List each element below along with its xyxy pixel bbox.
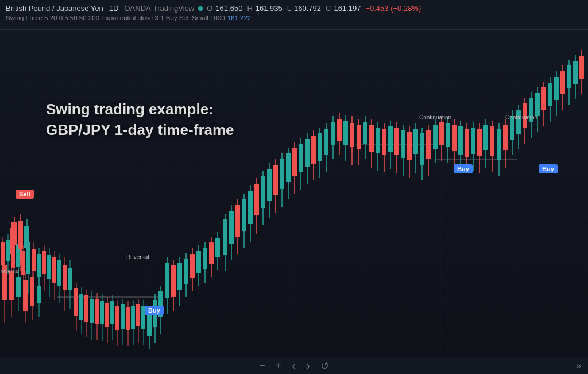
title-row: British Pound / Japanese Yen 1D OANDA Tr… <box>6 3 582 14</box>
overlay-text: Swing trading example: GBP/JPY 1-day tim… <box>46 99 234 141</box>
o-value: 161.650 <box>215 3 242 14</box>
svg-rect-80 <box>110 301 114 324</box>
svg-rect-161 <box>357 125 361 149</box>
svg-rect-57 <box>68 268 72 290</box>
svg-rect-142 <box>299 144 303 172</box>
scroll-left-button[interactable]: ‹ <box>292 359 296 372</box>
svg-rect-68 <box>79 294 83 320</box>
svg-rect-158 <box>350 123 354 147</box>
svg-rect-192 <box>452 125 457 151</box>
overlay-line2: GBP/JPY 1-day time-frame <box>46 119 234 140</box>
reversal2-label: reversal <box>1 268 19 274</box>
svg-rect-51 <box>52 257 56 283</box>
change-value: −0.453 (−0.28%) <box>365 3 421 14</box>
svg-rect-154 <box>337 119 342 141</box>
replay-button[interactable]: ↺ <box>320 360 329 372</box>
svg-rect-198 <box>471 128 475 154</box>
svg-rect-171 <box>388 126 393 152</box>
svg-rect-86 <box>126 307 130 330</box>
sell-badge: Sell <box>16 190 34 199</box>
scroll-right-button[interactable]: › <box>306 359 310 372</box>
overlay-line1: Swing trading example: <box>46 99 234 119</box>
buy-badge-3: Buy <box>539 164 558 173</box>
chart-container: British Pound / Japanese Yen 1D OANDA Tr… <box>0 0 588 374</box>
reversal-label: Reversal <box>126 254 149 260</box>
svg-rect-100 <box>165 263 169 298</box>
svg-rect-206 <box>497 129 501 160</box>
svg-rect-74 <box>95 299 99 324</box>
svg-rect-39 <box>21 251 25 275</box>
l-label: L <box>287 3 291 14</box>
svg-rect-132 <box>267 169 272 201</box>
svg-rect-188 <box>439 122 444 145</box>
continuation2-label: Continuation <box>505 114 537 121</box>
svg-rect-230 <box>573 61 578 84</box>
svg-rect-106 <box>184 259 188 284</box>
svg-rect-110 <box>196 251 201 273</box>
svg-rect-208 <box>503 125 508 150</box>
svg-rect-55 <box>63 265 67 290</box>
zoom-in-button[interactable]: + <box>276 360 282 372</box>
chart-area: Swing trading example: GBP/JPY 1-day tim… <box>0 30 588 360</box>
svg-rect-108 <box>190 254 195 278</box>
indicator-row: Swing Force 5 20 0.5 50 50 200 Exponenti… <box>6 14 582 21</box>
svg-rect-167 <box>376 128 380 153</box>
svg-rect-181 <box>420 133 424 165</box>
svg-rect-152 <box>331 122 335 145</box>
svg-rect-196 <box>465 129 469 157</box>
svg-rect-47 <box>42 251 46 274</box>
svg-rect-120 <box>229 211 234 244</box>
svg-rect-226 <box>560 71 565 94</box>
svg-rect-222 <box>548 83 552 106</box>
indicator-value: 161.222 <box>227 14 252 21</box>
svg-rect-64 <box>24 226 29 248</box>
c-value: 161.197 <box>334 3 361 14</box>
svg-rect-200 <box>477 129 482 156</box>
svg-rect-78 <box>105 303 109 327</box>
expand-button-container: » <box>576 361 581 371</box>
platform-label: TradingView <box>153 3 195 14</box>
svg-rect-204 <box>490 126 494 156</box>
svg-rect-43 <box>32 249 36 271</box>
svg-rect-49 <box>47 255 51 279</box>
svg-rect-179 <box>413 129 418 154</box>
svg-rect-76 <box>100 301 104 324</box>
svg-rect-175 <box>401 130 405 158</box>
svg-rect-138 <box>286 153 291 182</box>
continuation1-label: Continuation <box>419 114 451 121</box>
svg-rect-104 <box>177 263 182 290</box>
expand-button[interactable]: » <box>576 361 581 371</box>
svg-rect-112 <box>203 248 207 269</box>
svg-rect-218 <box>535 93 540 116</box>
svg-rect-228 <box>567 65 571 88</box>
top-bar: British Pound / Japanese Yen 1D OANDA Tr… <box>0 0 588 30</box>
svg-rect-173 <box>394 128 399 155</box>
svg-rect-224 <box>554 77 559 100</box>
svg-rect-183 <box>426 130 431 159</box>
svg-rect-72 <box>90 299 94 323</box>
c-label: C <box>326 3 331 14</box>
svg-rect-33 <box>6 240 10 261</box>
svg-rect-156 <box>343 121 348 145</box>
zoom-out-button[interactable]: − <box>259 360 265 372</box>
svg-rect-190 <box>446 123 450 147</box>
svg-rect-194 <box>458 126 463 155</box>
live-dot <box>198 6 203 11</box>
svg-rect-118 <box>223 219 227 255</box>
svg-rect-124 <box>242 199 246 231</box>
svg-rect-82 <box>115 306 119 330</box>
svg-rect-186 <box>433 125 438 149</box>
svg-rect-31 <box>1 242 5 265</box>
pair-label: British Pound / Japanese Yen <box>6 3 103 14</box>
svg-rect-66 <box>74 288 78 316</box>
svg-rect-146 <box>311 136 316 164</box>
svg-rect-169 <box>382 129 386 155</box>
buy-badge-2: Buy <box>454 164 473 173</box>
svg-rect-53 <box>57 260 61 286</box>
buy-badge-1: Buy <box>145 306 164 315</box>
timeframe-label: 1D <box>109 3 119 14</box>
l-value: 160.792 <box>294 3 321 14</box>
svg-rect-134 <box>273 165 278 195</box>
svg-rect-163 <box>363 122 368 144</box>
svg-rect-45 <box>37 254 41 277</box>
